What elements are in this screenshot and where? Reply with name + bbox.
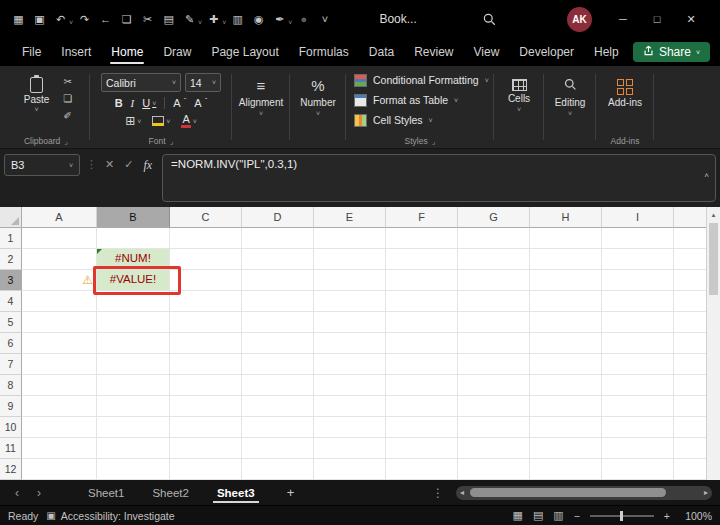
tab-review[interactable]: Review bbox=[404, 38, 463, 66]
cell-A10[interactable] bbox=[22, 417, 97, 438]
cell-A5[interactable] bbox=[22, 312, 97, 333]
bold-button[interactable]: B bbox=[115, 97, 123, 109]
cell-D9[interactable] bbox=[242, 396, 314, 417]
cell-D6[interactable] bbox=[242, 333, 314, 354]
tab-help[interactable]: Help bbox=[584, 38, 629, 66]
tab-insert[interactable]: Insert bbox=[51, 38, 101, 66]
cell-B1[interactable] bbox=[97, 228, 170, 249]
pen-icon[interactable]: ✒ bbox=[269, 8, 290, 30]
ribbon-group-alignment[interactable]: ≡ Alignment ˅ bbox=[232, 66, 290, 148]
cell-D1[interactable] bbox=[242, 228, 314, 249]
zoom-percent[interactable]: 100% bbox=[680, 510, 712, 522]
cell-H11[interactable] bbox=[530, 438, 602, 459]
cell-E1[interactable] bbox=[314, 228, 386, 249]
app-grid-icon[interactable]: ▦ bbox=[8, 8, 29, 30]
column-header-B[interactable]: B bbox=[97, 207, 170, 228]
name-box[interactable]: B3 ˅ bbox=[4, 154, 80, 176]
ribbon-group-number[interactable]: % Number ˅ bbox=[290, 66, 346, 148]
cell-A6[interactable] bbox=[22, 333, 97, 354]
zoom-in-button[interactable]: + bbox=[664, 510, 670, 522]
record-icon[interactable]: ● bbox=[293, 8, 314, 30]
button-format-as-table[interactable]: Format as Table˅ bbox=[350, 90, 489, 110]
cell-I3[interactable] bbox=[602, 270, 674, 291]
cell-F7[interactable] bbox=[386, 354, 458, 375]
cell-F1[interactable] bbox=[386, 228, 458, 249]
cell-H3[interactable] bbox=[530, 270, 602, 291]
tab-home[interactable]: Home bbox=[101, 38, 153, 66]
cell-B6[interactable] bbox=[97, 333, 170, 354]
normal-view-icon[interactable]: ▦ bbox=[513, 509, 523, 522]
increase-font-button[interactable]: Aˆ bbox=[173, 97, 186, 109]
column-header-D[interactable]: D bbox=[242, 207, 314, 228]
cell-I2[interactable] bbox=[602, 249, 674, 270]
cell-A2[interactable] bbox=[22, 249, 97, 270]
cell-F10[interactable] bbox=[386, 417, 458, 438]
cell-D2[interactable] bbox=[242, 249, 314, 270]
format-painter-icon[interactable]: ✐ bbox=[63, 110, 72, 121]
ribbon-group-addins[interactable]: Add-ins Add-ins bbox=[596, 66, 654, 148]
cell-H7[interactable] bbox=[530, 354, 602, 375]
back-icon[interactable]: ← bbox=[95, 8, 116, 30]
tab-page-layout[interactable]: Page Layout bbox=[201, 38, 288, 66]
cell-F2[interactable] bbox=[386, 249, 458, 270]
cell-G5[interactable] bbox=[458, 312, 530, 333]
horizontal-scrollbar[interactable]: ◂ ▸ bbox=[456, 486, 712, 500]
scrollbar-thumb[interactable] bbox=[470, 488, 666, 497]
italic-button[interactable]: I bbox=[131, 97, 135, 109]
cell-A3[interactable]: ⚠ bbox=[22, 270, 97, 291]
column-header-E[interactable]: E bbox=[314, 207, 386, 228]
cell-B2[interactable]: #NUM! bbox=[97, 249, 170, 270]
cell-F6[interactable] bbox=[386, 333, 458, 354]
tab-draw[interactable]: Draw bbox=[153, 38, 201, 66]
cell-C3[interactable] bbox=[170, 270, 242, 291]
sheet-tab-sheet1[interactable]: Sheet1 bbox=[74, 480, 138, 505]
cell-C7[interactable] bbox=[170, 354, 242, 375]
cell-G12[interactable] bbox=[458, 459, 530, 480]
cell-D7[interactable] bbox=[242, 354, 314, 375]
select-all-corner[interactable] bbox=[0, 207, 22, 228]
scroll-left-icon[interactable]: ◂ bbox=[460, 489, 464, 497]
cell-E11[interactable] bbox=[314, 438, 386, 459]
scroll-right-icon[interactable]: ▸ bbox=[704, 489, 708, 497]
cell-C4[interactable] bbox=[170, 291, 242, 312]
save-icon[interactable]: ▣ bbox=[29, 8, 50, 30]
cell-A12[interactable] bbox=[22, 459, 97, 480]
cell-I9[interactable] bbox=[602, 396, 674, 417]
cell-I7[interactable] bbox=[602, 354, 674, 375]
cell-E2[interactable] bbox=[314, 249, 386, 270]
row-header-11[interactable]: 11 bbox=[0, 438, 22, 459]
row-header-3[interactable]: 3 bbox=[0, 270, 22, 291]
cell-B9[interactable] bbox=[97, 396, 170, 417]
cell-F3[interactable] bbox=[386, 270, 458, 291]
column-header-H[interactable]: H bbox=[530, 207, 602, 228]
column-header-A[interactable]: A bbox=[22, 207, 97, 228]
paste-icon[interactable]: ❏ bbox=[116, 8, 137, 30]
cell-A7[interactable] bbox=[22, 354, 97, 375]
row-header-12[interactable]: 12 bbox=[0, 459, 22, 480]
avatar[interactable]: AK bbox=[567, 7, 592, 32]
row-header-1[interactable]: 1 bbox=[0, 228, 22, 249]
cell-G3[interactable] bbox=[458, 270, 530, 291]
cell-E12[interactable] bbox=[314, 459, 386, 480]
cell-G8[interactable] bbox=[458, 375, 530, 396]
cell-E4[interactable] bbox=[314, 291, 386, 312]
cell-F9[interactable] bbox=[386, 396, 458, 417]
cell-E5[interactable] bbox=[314, 312, 386, 333]
cell-I8[interactable] bbox=[602, 375, 674, 396]
cell-G4[interactable] bbox=[458, 291, 530, 312]
cell-F8[interactable] bbox=[386, 375, 458, 396]
cell-D3[interactable] bbox=[242, 270, 314, 291]
row-header-9[interactable]: 9 bbox=[0, 396, 22, 417]
cell-G2[interactable] bbox=[458, 249, 530, 270]
sheet-nav-left-icon[interactable]: ‹ bbox=[6, 486, 28, 500]
row-header-2[interactable]: 2 bbox=[0, 249, 22, 270]
cell-E3[interactable] bbox=[314, 270, 386, 291]
row-header-8[interactable]: 8 bbox=[0, 375, 22, 396]
cell-B8[interactable] bbox=[97, 375, 170, 396]
formula-input[interactable]: =NORM.INV("IPL",0.3,1) ˄ bbox=[162, 154, 716, 202]
button-cell-styles[interactable]: Cell Styles˅ bbox=[350, 110, 489, 130]
cell-E8[interactable] bbox=[314, 375, 386, 396]
cell-G11[interactable] bbox=[458, 438, 530, 459]
cell-B7[interactable] bbox=[97, 354, 170, 375]
cell-C1[interactable] bbox=[170, 228, 242, 249]
